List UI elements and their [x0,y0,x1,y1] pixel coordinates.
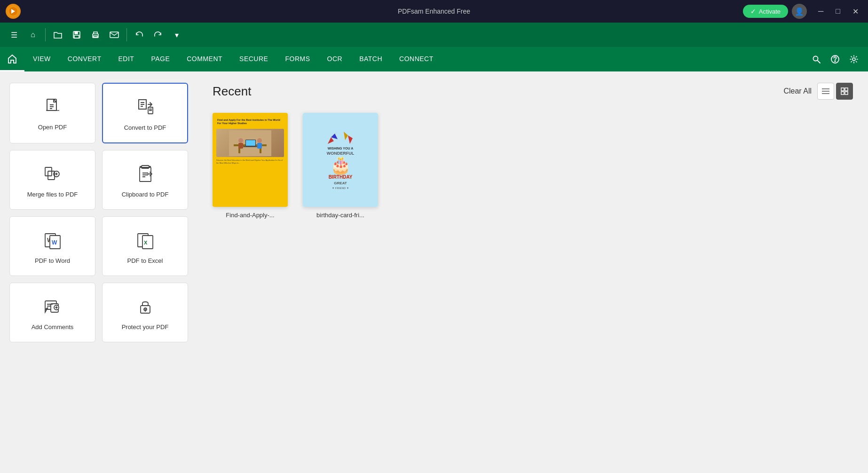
svg-rect-36 [845,88,848,91]
menubar-right [808,47,868,71]
minimize-button[interactable]: ─ [814,5,827,17]
svg-marker-51 [328,137,334,144]
svg-rect-3 [74,35,79,38]
menu-item-page[interactable]: PAGE [142,47,178,71]
svg-rect-37 [841,92,844,95]
svg-rect-35 [841,88,844,91]
activate-button[interactable]: ✓ Activate [743,5,788,18]
menu-item-comment[interactable]: COMMENT [178,47,231,71]
recent-title: Recent [213,84,251,99]
toolbar-separator-1 [45,28,46,41]
home-menu-item[interactable] [0,47,24,71]
file-item-2[interactable]: WISHING YOU A WONDERFUL 🎂 BIRTHDAY GREAT… [303,113,378,219]
maximize-button[interactable]: □ [832,5,844,17]
menu-item-forms[interactable]: FORMS [276,47,318,71]
friend-text: ✦ FRIEND ✦ [332,186,349,189]
search-button[interactable] [808,51,825,68]
svg-point-48 [257,138,262,143]
clear-all-button[interactable]: Clear All [783,87,812,95]
svg-rect-49 [257,143,262,149]
app-title: PDFsam Enhanced Free [398,8,470,15]
pdf-to-word-label: PDF to Word [35,257,70,264]
file-item-1[interactable]: Find and Apply For the Best Institutes i… [213,113,288,219]
undo-button[interactable] [131,26,148,43]
doc-body-text: Discover the Best Education in the World… [216,159,284,164]
open-folder-button[interactable] [49,26,66,43]
file-grid: Find and Apply For the Best Institutes i… [213,113,853,219]
add-comments-icon [40,294,65,319]
check-icon: ✓ [750,8,756,15]
svg-rect-14 [45,167,52,176]
svg-point-10 [852,58,855,61]
svg-rect-5 [94,36,97,37]
print-button[interactable] [87,26,104,43]
home-toolbar-button[interactable]: ⌂ [24,26,41,43]
pdf-to-word-card[interactable]: W W PDF to Word [9,216,95,276]
svg-rect-17 [142,166,149,168]
file-thumb-1: Find and Apply For the Best Institutes i… [213,113,288,207]
pdf-to-word-icon: W W [40,228,65,252]
toolbar-icons-bar: ☰ ⌂ [0,23,868,47]
menu-item-connect[interactable]: CONNECT [391,47,442,71]
app-logo [6,4,21,19]
close-button[interactable]: ✕ [849,5,862,18]
doc-preview-birthday: WISHING YOU A WONDERFUL 🎂 BIRTHDAY GREAT… [303,113,378,207]
help-button[interactable] [827,51,844,68]
open-pdf-label: Open PDF [38,124,67,131]
file-name-1: Find-and-Apply-... [226,212,274,219]
save-button[interactable] [68,26,85,43]
protect-pdf-icon: ** [133,294,158,319]
grid-view-button[interactable] [836,83,853,100]
pdf-to-excel-icon: X [133,228,158,252]
merge-files-label: Merge files to PDF [27,191,78,198]
open-pdf-card[interactable]: Open PDF [9,83,95,143]
wonderful-text: WONDERFUL [327,151,355,156]
merge-files-icon [40,162,65,186]
svg-rect-47 [238,143,243,149]
recent-header: Recent Clear All [213,83,853,100]
clipboard-to-pdf-card[interactable]: Clipboard to PDF [102,150,188,210]
file-thumb-2: WISHING YOU A WONDERFUL 🎂 BIRTHDAY GREAT… [303,113,378,207]
window-controls: ─ □ ✕ [814,5,862,18]
menubar: VIEW CONVERT EDIT PAGE COMMENT SECURE FO… [0,47,868,71]
main-content: Open PDF Convert to PDF [0,71,868,473]
svg-point-7 [813,56,818,61]
settings-button[interactable] [845,51,862,68]
menu-item-secure[interactable]: SECURE [231,47,276,71]
open-pdf-icon [40,95,65,119]
titlebar-left [6,4,21,19]
great-text: GREAT [334,181,347,185]
clipboard-to-pdf-icon [133,162,158,186]
svg-rect-18 [140,167,151,181]
pdf-to-excel-card[interactable]: X PDF to Excel [102,216,188,276]
add-comments-label: Add Comments [32,323,74,331]
file-name-2: birthday-card-fri... [316,212,364,219]
email-button[interactable] [106,26,123,43]
profile-avatar[interactable]: 👤 [792,4,807,19]
menu-item-view[interactable]: VIEW [24,47,59,71]
menu-item-batch[interactable]: BATCH [351,47,391,71]
menu-item-edit[interactable]: EDIT [110,47,142,71]
merge-files-card[interactable]: Merge files to PDF [9,150,95,210]
menu-item-convert[interactable]: CONVERT [59,47,110,71]
titlebar-right: ✓ Activate 👤 ─ □ ✕ [743,4,862,19]
convert-to-pdf-label: Convert to PDF [124,124,166,131]
add-comments-card[interactable]: Add Comments [9,283,95,342]
svg-rect-38 [845,92,848,95]
svg-point-46 [238,138,243,143]
menu-item-ocr[interactable]: OCR [319,47,351,71]
recent-controls: Clear All [783,83,853,100]
view-toggle [817,83,853,100]
education-doc-photo [216,129,284,157]
svg-text:**: ** [144,307,147,312]
hamburger-menu-button[interactable]: ☰ [6,26,23,43]
convert-to-pdf-card[interactable]: Convert to PDF [102,83,188,143]
titlebar: PDFsam Enhanced Free ✓ Activate 👤 ─ □ ✕ [0,0,868,23]
list-view-button[interactable] [817,83,834,100]
more-options-button[interactable]: ▾ [168,26,185,43]
svg-marker-54 [344,132,348,140]
redo-button[interactable] [150,26,166,43]
convert-to-pdf-icon [133,95,158,119]
protect-pdf-card[interactable]: ** Protect your PDF [102,283,188,342]
svg-rect-2 [75,32,78,34]
